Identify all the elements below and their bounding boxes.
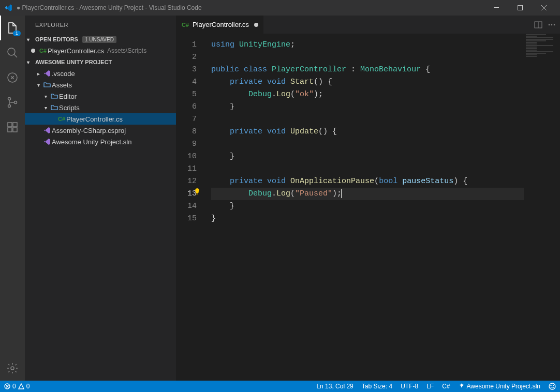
activity-bar: 1 <box>0 16 25 381</box>
tree-item[interactable]: ▸.vscode <box>25 68 176 79</box>
svg-point-20 <box>551 385 551 386</box>
tree-item-label: Assembly-CSharp.csproj <box>52 127 126 134</box>
tree-item-label: .vscode <box>52 70 75 78</box>
line-number-gutter: 123456789101112131415 <box>176 34 207 381</box>
explorer-sidebar: Explorer ▾ Open Editors 1 UNSAVED C#Play… <box>25 16 176 381</box>
svg-point-19 <box>549 383 555 389</box>
status-feedback-icon[interactable] <box>544 381 560 392</box>
settings-activity[interactable] <box>0 356 25 381</box>
open-editor-item[interactable]: C#PlayerController.csAssets\Scripts <box>25 45 176 56</box>
svg-rect-1 <box>518 6 523 10</box>
svg-point-5 <box>8 105 11 108</box>
svg-point-21 <box>553 385 554 386</box>
tree-item[interactable]: Assembly-CSharp.csproj <box>25 125 176 136</box>
status-eol[interactable]: LF <box>422 381 438 392</box>
titlebar: ● PlayerController.cs - Awesome Unity Pr… <box>0 0 560 16</box>
minimize-button[interactable] <box>484 0 508 16</box>
dirty-indicator-icon <box>254 23 258 27</box>
folder-icon <box>50 93 59 100</box>
status-language[interactable]: C# <box>438 381 454 392</box>
explorer-activity[interactable]: 1 <box>0 16 25 40</box>
svg-point-6 <box>14 101 17 104</box>
visualstudio-icon <box>42 138 52 145</box>
csharp-icon: C# <box>181 21 189 29</box>
explorer-badge: 1 <box>13 31 21 36</box>
tree-item[interactable]: ▾Assets <box>25 79 176 91</box>
tree-item-label: Assets <box>52 81 72 89</box>
open-editors-header[interactable]: ▾ Open Editors 1 UNSAVED <box>25 34 176 45</box>
code-content[interactable]: using UnityEngine;public class PlayerCon… <box>207 34 524 381</box>
visualstudio-icon <box>42 70 52 77</box>
svg-point-11 <box>11 367 14 370</box>
tree-item[interactable]: C#PlayerController.cs <box>25 113 176 125</box>
chevron-icon: ▾ <box>42 94 49 99</box>
more-actions-icon[interactable] <box>548 21 556 29</box>
sidebar-title: Explorer <box>25 16 176 34</box>
svg-rect-10 <box>13 128 17 132</box>
csharp-icon: C# <box>57 116 66 122</box>
project-header[interactable]: ▾ Awesome Unity Project <box>25 56 176 68</box>
visualstudio-icon <box>42 127 52 134</box>
extensions-activity[interactable] <box>0 115 25 140</box>
tree-item[interactable]: ▾Editor <box>25 91 176 102</box>
file-path: Assets\Scripts <box>107 47 146 54</box>
svg-point-14 <box>549 24 550 25</box>
status-encoding[interactable]: UTF-8 <box>396 381 422 392</box>
editor-area: C# PlayerController.cs 12345678910111213… <box>176 16 560 381</box>
svg-rect-0 <box>494 7 499 8</box>
open-editors-label: Open Editors <box>35 36 78 42</box>
status-solution[interactable]: Awesome Unity Project.sln <box>454 381 545 392</box>
folder-icon <box>50 104 59 111</box>
tree-item-label: Editor <box>59 93 77 100</box>
svg-rect-8 <box>13 123 17 127</box>
split-editor-icon[interactable] <box>534 21 542 29</box>
svg-point-4 <box>8 98 11 100</box>
tree-item-label: PlayerController.cs <box>66 115 123 123</box>
window-title: ● PlayerController.cs - Awesome Unity Pr… <box>17 4 202 11</box>
tree-item-label: Scripts <box>59 104 80 112</box>
minimap[interactable] <box>524 34 560 381</box>
text-cursor <box>341 189 342 198</box>
svg-rect-7 <box>8 123 12 127</box>
chevron-icon: ▾ <box>42 105 49 111</box>
maximize-button[interactable] <box>508 0 532 16</box>
tab-bar: C# PlayerController.cs <box>176 16 560 34</box>
source-control-activity[interactable] <box>0 90 25 115</box>
svg-point-16 <box>554 24 555 25</box>
close-button[interactable] <box>532 0 556 16</box>
chevron-down-icon: ▾ <box>27 59 33 65</box>
code-editor[interactable]: 123456789101112131415 using UnityEngine;… <box>176 34 560 381</box>
project-label: Awesome Unity Project <box>35 59 112 65</box>
chevron-icon: ▸ <box>35 71 41 77</box>
lightbulb-icon[interactable] <box>194 188 202 196</box>
chevron-icon: ▾ <box>35 82 41 88</box>
svg-point-15 <box>551 24 553 25</box>
debug-activity[interactable] <box>0 65 25 90</box>
csharp-icon: C# <box>38 48 48 54</box>
unsaved-badge: 1 UNSAVED <box>82 36 116 43</box>
tree-item[interactable]: Awesome Unity Project.sln <box>25 136 176 147</box>
status-tab-size[interactable]: Tab Size: 4 <box>358 381 396 392</box>
search-activity[interactable] <box>0 40 25 65</box>
status-problems[interactable]: 0 0 <box>0 381 34 392</box>
folder-icon <box>42 81 52 88</box>
dirty-dot-icon <box>31 49 35 53</box>
svg-rect-9 <box>8 128 12 132</box>
tree-item-label: Awesome Unity Project.sln <box>52 138 131 146</box>
svg-point-2 <box>8 48 15 55</box>
file-label: PlayerController.cs <box>48 47 104 55</box>
tab-label: PlayerController.cs <box>193 21 249 28</box>
chevron-down-icon: ▾ <box>27 37 33 42</box>
status-bar: 0 0 Ln 13, Col 29 Tab Size: 4 UTF-8 LF C… <box>0 381 560 392</box>
status-cursor-position[interactable]: Ln 13, Col 29 <box>312 381 357 392</box>
tab-playercontroller[interactable]: C# PlayerController.cs <box>176 16 264 34</box>
tree-item[interactable]: ▾Scripts <box>25 102 176 113</box>
svg-rect-17 <box>196 193 198 194</box>
vscode-logo-icon <box>4 4 12 12</box>
